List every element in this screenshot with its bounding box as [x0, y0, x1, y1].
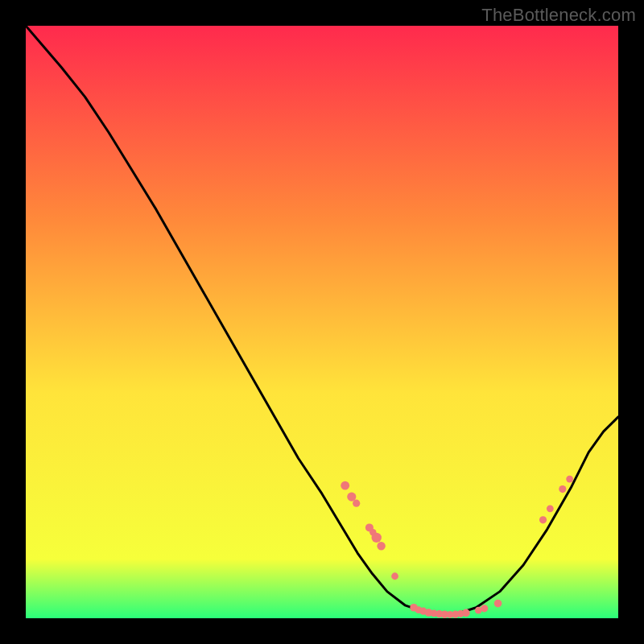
data-marker — [377, 542, 385, 550]
data-marker — [391, 572, 398, 580]
data-marker — [353, 500, 360, 507]
data-marker — [372, 533, 382, 543]
data-marker — [462, 609, 470, 617]
data-marker — [566, 476, 573, 483]
chart-plot-area — [26, 26, 618, 618]
chart-svg — [26, 26, 618, 618]
watermark-text: TheBottleneck.com — [481, 5, 636, 26]
data-marker — [341, 481, 349, 490]
data-marker — [559, 485, 566, 493]
data-marker — [494, 600, 502, 608]
data-marker — [539, 516, 547, 523]
data-marker — [347, 493, 356, 502]
data-marker — [547, 505, 554, 512]
chart-background — [26, 26, 618, 618]
data-marker — [481, 605, 488, 612]
